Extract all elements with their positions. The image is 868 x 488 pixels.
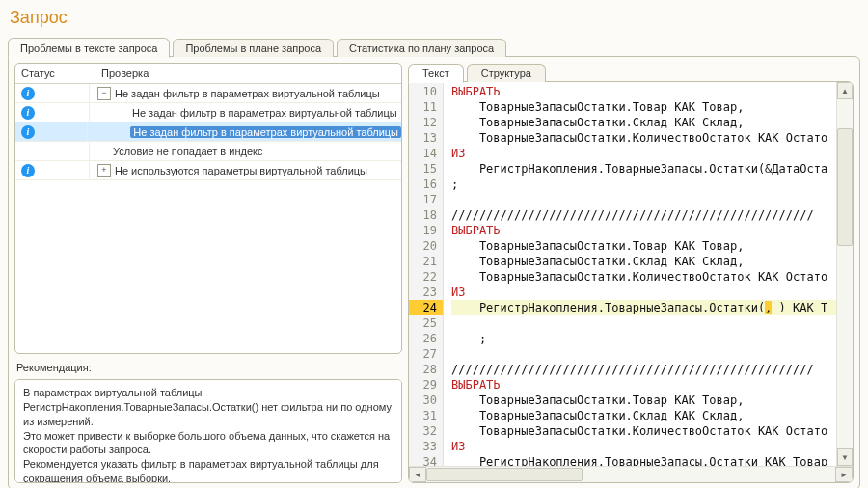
sub-tabs: ТекстСтруктура — [408, 63, 854, 82]
sub-tab-1[interactable]: Структура — [467, 64, 546, 82]
code-line: РегистрНакопления.ТоварныеЗапасы.Остатки… — [451, 454, 836, 466]
gutter-line: 26 — [409, 331, 437, 346]
code-line: ИЗ — [451, 439, 836, 454]
col-check-header[interactable]: Проверка — [95, 64, 401, 83]
gutter-line: 16 — [409, 176, 437, 192]
code-line: РегистрНакопления.ТоварныеЗапасы.Остатки… — [451, 300, 836, 315]
gutter-line: 32 — [409, 423, 437, 439]
tree-row[interactable]: iНе задан фильтр в параметрах виртуально… — [15, 103, 401, 122]
tree-header: Статус Проверка — [15, 64, 401, 84]
code-line: ТоварныеЗапасыОстатки.Товар КАК Товар, — [451, 99, 836, 115]
gutter-line: 25 — [409, 315, 437, 331]
main-tab-1[interactable]: Проблемы в плане запроса — [173, 39, 334, 57]
check-cell: Не задан фильтр в параметрах виртуальной… — [88, 122, 401, 141]
code-line: ТоварныеЗапасыОстатки.КоличествоОстаток … — [451, 269, 836, 285]
hscroll-track[interactable] — [426, 468, 835, 481]
gutter-line: 13 — [409, 130, 437, 146]
hscroll-thumb[interactable] — [426, 468, 583, 481]
gutter-line: 11 — [409, 99, 437, 115]
vertical-scrollbar[interactable]: ▲ ▼ — [836, 82, 853, 466]
info-icon: i — [21, 164, 35, 177]
info-icon: i — [21, 87, 35, 100]
page-title: Запрос — [10, 8, 860, 28]
code-line: ////////////////////////////////////////… — [451, 362, 836, 377]
scroll-left-icon[interactable]: ◄ — [409, 467, 426, 482]
code-line: ТоварныеЗапасыОстатки.Товар КАК Товар, — [451, 393, 836, 408]
code-line: ТоварныеЗапасыОстатки.Склад КАК Склад, — [451, 408, 836, 423]
code-line — [451, 192, 836, 207]
status-cell: i — [15, 161, 90, 179]
tree-expander-icon[interactable]: + — [97, 164, 111, 177]
code-line: ////////////////////////////////////////… — [451, 207, 836, 223]
scroll-down-icon[interactable]: ▼ — [837, 448, 853, 466]
code-line: ; — [451, 331, 836, 346]
tree-row-label: Не используются параметры виртуальной та… — [115, 165, 367, 176]
tree-row-label: Не задан фильтр в параметрах виртуальной… — [130, 126, 401, 138]
horizontal-scrollbar[interactable]: ◄ ► — [409, 466, 853, 482]
gutter-line: 31 — [409, 408, 437, 423]
code-line: ТоварныеЗапасыОстатки.КоличествоОстаток … — [451, 423, 836, 439]
gutter-line: 17 — [409, 192, 437, 207]
recommendation-text: В параметрах виртуальной таблицыРегистрН… — [14, 379, 402, 483]
code-line: ; — [451, 176, 836, 192]
vscroll-thumb[interactable] — [837, 128, 853, 246]
status-cell: i — [15, 84, 90, 102]
code-area[interactable]: ВЫБРАТЬ ТоварныеЗапасыОстатки.Товар КАК … — [444, 82, 836, 466]
info-icon: i — [21, 106, 35, 120]
tree-row-label: Не задан фильтр в параметрах виртуальной… — [115, 88, 380, 99]
check-cell: −Не задан фильтр в параметрах виртуально… — [90, 84, 401, 102]
gutter-line: 33 — [409, 439, 437, 454]
tree-row[interactable]: i+Не используются параметры виртуальной … — [15, 161, 401, 180]
scroll-up-icon[interactable]: ▲ — [837, 82, 853, 99]
code-line: ВЫБРАТЬ — [451, 84, 836, 99]
code-line — [451, 346, 836, 362]
code-line: ВЫБРАТЬ — [451, 223, 836, 238]
main-tab-2[interactable]: Статистика по плану запроса — [337, 39, 506, 57]
content-panel: Статус Проверка i−Не задан фильтр в пара… — [8, 56, 860, 488]
main-tab-0[interactable]: Проблемы в тексте запроса — [8, 38, 170, 58]
sub-tab-0[interactable]: Текст — [408, 64, 464, 83]
code-line: ТоварныеЗапасыОстатки.КоличествоОстаток … — [451, 130, 836, 146]
gutter-line: 12 — [409, 115, 437, 130]
status-cell: i — [15, 122, 88, 141]
tree-row[interactable]: Условие не попадает в индекс — [15, 142, 401, 161]
tree-row-label: Не задан фильтр в параметрах виртуальной… — [132, 107, 397, 119]
tree-row[interactable]: iНе задан фильтр в параметрах виртуально… — [15, 122, 401, 142]
vscroll-track[interactable] — [837, 99, 853, 448]
code-line — [451, 315, 836, 331]
gutter-line: 19 — [409, 223, 437, 238]
gutter-line: 20 — [409, 238, 437, 254]
col-status-header[interactable]: Статус — [15, 64, 95, 83]
tree-body[interactable]: i−Не задан фильтр в параметрах виртуальн… — [15, 84, 401, 353]
check-cell: Условие не попадает в индекс — [90, 142, 401, 160]
code-line: ИЗ — [451, 285, 836, 300]
code-line: ИЗ — [451, 146, 836, 161]
code-gutter: 1011121314151617181920212223242526272829… — [409, 82, 444, 466]
code-line: ТоварныеЗапасыОстатки.Склад КАК Склад, — [451, 254, 836, 269]
gutter-line: 29 — [409, 377, 437, 393]
status-cell — [15, 142, 90, 160]
gutter-line: 28 — [409, 362, 437, 377]
tree-row[interactable]: i−Не задан фильтр в параметрах виртуальн… — [15, 84, 401, 103]
problems-tree: Статус Проверка i−Не задан фильтр в пара… — [14, 63, 402, 354]
code-line: ВЫБРАТЬ — [451, 377, 836, 393]
code-line: ТоварныеЗапасыОстатки.Товар КАК Товар, — [451, 238, 836, 254]
check-cell: Не задан фильтр в параметрах виртуальной… — [90, 103, 401, 122]
scroll-right-icon[interactable]: ► — [835, 467, 853, 482]
gutter-line: 21 — [409, 254, 437, 269]
info-icon: i — [21, 125, 35, 139]
tree-expander-icon[interactable]: − — [97, 87, 111, 100]
gutter-line: 18 — [409, 207, 437, 223]
gutter-line: 24 — [409, 300, 443, 315]
gutter-line: 15 — [409, 161, 437, 176]
gutter-line: 23 — [409, 285, 437, 300]
tree-row-label: Условие не попадает в индекс — [113, 146, 262, 157]
gutter-line: 34 — [409, 454, 437, 466]
code-line: ТоварныеЗапасыОстатки.Склад КАК Склад, — [451, 115, 836, 130]
gutter-line: 22 — [409, 269, 437, 285]
code-box: 1011121314151617181920212223242526272829… — [408, 81, 854, 483]
gutter-line: 10 — [409, 84, 437, 99]
recommendation-label: Рекомендация: — [16, 362, 402, 373]
gutter-line: 14 — [409, 146, 437, 161]
code-line: РегистрНакопления.ТоварныеЗапасы.Остатки… — [451, 161, 836, 176]
